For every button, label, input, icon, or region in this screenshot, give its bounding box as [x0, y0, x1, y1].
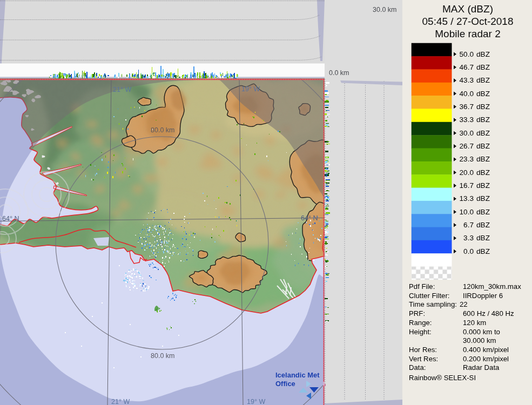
- svg-text:16.7: 16.7: [460, 181, 474, 190]
- svg-text:Time sampling:: Time sampling:: [409, 300, 457, 308]
- svg-text:19° W: 19° W: [247, 398, 265, 405]
- svg-text:Pdf File:: Pdf File:: [409, 282, 435, 291]
- svg-text:Icelandic Met: Icelandic Met: [275, 371, 320, 379]
- svg-text:PRF:: PRF:: [409, 309, 425, 318]
- svg-text:Radar Data: Radar Data: [463, 363, 500, 372]
- svg-text:dBZ: dBZ: [476, 50, 490, 58]
- svg-text:40.0: 40.0: [460, 90, 474, 98]
- svg-text:dBZ: dBZ: [476, 129, 490, 137]
- svg-text:120 km: 120 km: [463, 319, 486, 327]
- svg-text:80.0 km: 80.0 km: [151, 126, 174, 134]
- svg-text:10.0: 10.0: [460, 208, 474, 216]
- svg-text:0.0: 0.0: [463, 247, 474, 255]
- svg-text:dBZ: dBZ: [476, 76, 490, 84]
- svg-text:46.7: 46.7: [460, 63, 474, 71]
- svg-text:dBZ: dBZ: [476, 90, 490, 98]
- svg-text:dBZ: dBZ: [476, 168, 490, 177]
- svg-text:MAX (dBZ): MAX (dBZ): [442, 3, 493, 15]
- svg-text:0.000 km to: 0.000 km to: [463, 328, 500, 336]
- svg-text:Vert Res:: Vert Res:: [409, 355, 438, 363]
- svg-text:64° N: 64° N: [2, 215, 19, 222]
- svg-text:30.0 km: 30.0 km: [373, 6, 396, 14]
- svg-text:IIRDoppler 6: IIRDoppler 6: [463, 292, 503, 300]
- svg-text:36.7: 36.7: [460, 103, 474, 111]
- svg-text:64° N: 64° N: [301, 214, 318, 222]
- svg-text:dBZ: dBZ: [476, 247, 490, 255]
- svg-text:30.000 km: 30.000 km: [463, 336, 496, 345]
- svg-text:Hor Res:: Hor Res:: [409, 346, 437, 354]
- svg-text:dBZ: dBZ: [476, 194, 490, 202]
- svg-text:20.0: 20.0: [460, 168, 474, 177]
- svg-text:26.7: 26.7: [460, 142, 474, 150]
- svg-text:dBZ: dBZ: [476, 116, 490, 124]
- svg-text:43.3: 43.3: [460, 76, 474, 84]
- svg-text:Height:: Height:: [409, 328, 432, 336]
- svg-text:80.0 km: 80.0 km: [151, 352, 174, 360]
- svg-text:dBZ: dBZ: [476, 155, 490, 163]
- svg-text:120km_30km.max: 120km_30km.max: [463, 282, 521, 291]
- svg-text:21° W: 21° W: [111, 398, 130, 405]
- svg-text:Mobile radar 2: Mobile radar 2: [435, 28, 500, 39]
- svg-text:0.400 km/pixel: 0.400 km/pixel: [463, 346, 509, 354]
- svg-text:Rainbow® SELEX-SI: Rainbow® SELEX-SI: [409, 374, 476, 382]
- svg-text:dBZ: dBZ: [476, 234, 490, 242]
- svg-text:Range:: Range:: [409, 319, 432, 327]
- svg-text:dBZ: dBZ: [476, 208, 490, 216]
- svg-text:dBZ: dBZ: [476, 142, 490, 150]
- svg-text:33.3: 33.3: [460, 116, 474, 124]
- svg-text:3.3: 3.3: [463, 234, 474, 242]
- svg-text:50.0: 50.0: [460, 50, 474, 58]
- svg-text:dBZ: dBZ: [476, 63, 490, 71]
- svg-text:0.200 km/pixel: 0.200 km/pixel: [463, 355, 509, 363]
- svg-text:13.3: 13.3: [460, 194, 474, 202]
- svg-text:19° W: 19° W: [241, 85, 260, 93]
- svg-text:05:45 / 27-Oct-2018: 05:45 / 27-Oct-2018: [422, 16, 514, 27]
- svg-text:22: 22: [460, 300, 468, 308]
- svg-text:Clutter Filter:: Clutter Filter:: [409, 292, 449, 300]
- svg-text:Office: Office: [275, 380, 295, 388]
- svg-text:600 Hz / 480 Hz: 600 Hz / 480 Hz: [463, 309, 514, 318]
- svg-text:Data:: Data:: [409, 363, 426, 372]
- svg-text:dBZ: dBZ: [476, 181, 490, 190]
- svg-text:30.0: 30.0: [460, 129, 474, 137]
- svg-text:dBZ: dBZ: [476, 221, 490, 229]
- svg-text:0.0 km: 0.0 km: [329, 69, 349, 77]
- svg-text:23.3: 23.3: [460, 155, 474, 163]
- svg-text:dBZ: dBZ: [476, 103, 490, 111]
- svg-text:21° W: 21° W: [113, 86, 131, 93]
- svg-text:6.7: 6.7: [463, 221, 474, 229]
